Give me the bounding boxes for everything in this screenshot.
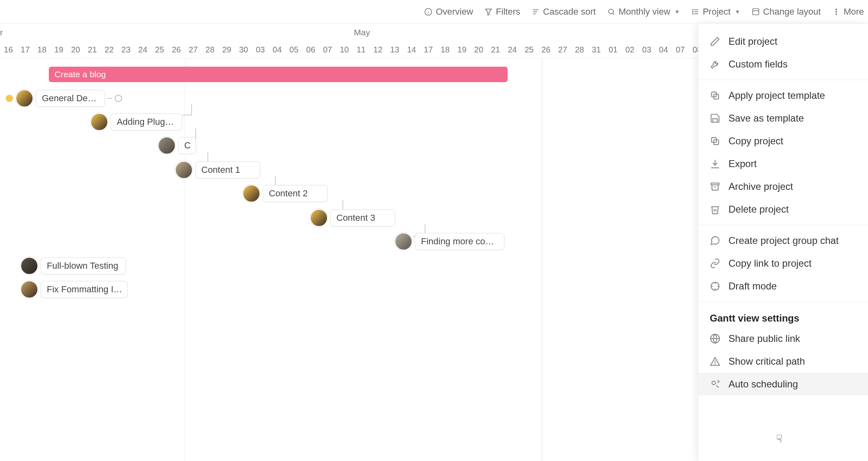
- auto-scheduling-item[interactable]: Auto scheduling: [698, 373, 868, 396]
- filters-label: Filters: [496, 7, 520, 17]
- day-cell: 27: [554, 45, 571, 54]
- more-button[interactable]: More: [832, 7, 864, 17]
- svg-marker-3: [486, 9, 492, 15]
- day-cell: 13: [386, 45, 403, 54]
- pencil-icon: [710, 36, 720, 47]
- edit-project-item[interactable]: Edit project: [698, 30, 868, 53]
- task-row-7[interactable]: Finding more co…: [395, 232, 504, 251]
- day-cell: 03: [638, 45, 655, 54]
- trash-icon: [710, 204, 720, 215]
- task-row-9[interactable]: Fix Fommatting I…: [20, 280, 128, 299]
- day-cell: 04: [655, 45, 672, 54]
- task-bubble[interactable]: Content 1: [195, 161, 260, 178]
- day-cell: 22: [101, 45, 118, 54]
- menu-label: Draft mode: [728, 281, 777, 292]
- day-cell: 12: [370, 45, 386, 54]
- task-row-8[interactable]: Full-blown Testing: [20, 256, 126, 276]
- overview-button[interactable]: Overview: [424, 7, 473, 17]
- avatar: [158, 137, 176, 154]
- today-line: [542, 59, 542, 461]
- task-bubble[interactable]: C: [178, 137, 196, 154]
- auto-schedule-icon: [710, 379, 720, 389]
- chat-icon: [710, 235, 720, 246]
- task-row-5[interactable]: Content 2: [242, 184, 328, 203]
- copy-project-item[interactable]: Copy project: [698, 130, 868, 152]
- monthly-view-button[interactable]: Monthly view ▼: [607, 7, 680, 17]
- save-template-item[interactable]: Save as template: [698, 107, 868, 130]
- filter-icon: [484, 8, 493, 16]
- menu-divider: [698, 225, 868, 225]
- project-button[interactable]: Project ▼: [691, 7, 740, 17]
- task-row-1[interactable]: General De…: [6, 89, 122, 108]
- task-row-4[interactable]: Content 1: [175, 160, 260, 180]
- menu-divider: [698, 302, 868, 302]
- svg-point-19: [836, 13, 837, 15]
- critical-path-item[interactable]: Show critical path: [698, 350, 868, 373]
- svg-point-30: [715, 364, 715, 364]
- day-cell: 10: [336, 45, 353, 54]
- svg-point-18: [836, 11, 837, 12]
- svg-line-8: [613, 13, 614, 15]
- day-cell: 30: [235, 45, 252, 54]
- day-cell: 24: [504, 45, 521, 54]
- day-cell: 29: [218, 45, 235, 54]
- task-group-title: Create a blog: [55, 70, 106, 79]
- task-row-6[interactable]: Content 3: [310, 208, 395, 228]
- day-cell: 27: [185, 45, 201, 54]
- task-row-2[interactable]: Adding Plug…: [90, 112, 182, 132]
- day-cell: 11: [353, 45, 369, 54]
- milestone-icon[interactable]: [115, 95, 122, 102]
- task-bubble[interactable]: Adding Plug…: [111, 113, 182, 130]
- custom-fields-item[interactable]: Custom fields: [698, 53, 868, 76]
- day-cell: 19: [454, 45, 470, 54]
- task-bubble[interactable]: Fix Fommatting I…: [41, 281, 128, 298]
- day-cell: 01: [605, 45, 622, 54]
- wrench-icon: [710, 59, 720, 70]
- task-bubble[interactable]: Full-blown Testing: [41, 257, 126, 274]
- menu-label: Auto scheduling: [728, 378, 798, 390]
- filters-button[interactable]: Filters: [484, 7, 520, 17]
- export-item[interactable]: Export: [698, 152, 868, 175]
- more-vertical-icon: [832, 8, 840, 16]
- day-cell: 04: [269, 45, 286, 54]
- change-layout-button[interactable]: Change layout: [752, 7, 821, 17]
- draft-mode-item[interactable]: Draft mode: [698, 275, 868, 298]
- task-bubble[interactable]: General De…: [36, 90, 105, 107]
- svg-rect-24: [711, 183, 719, 185]
- share-link-item[interactable]: Share public link: [698, 327, 868, 350]
- apply-template-item[interactable]: Apply project template: [698, 84, 868, 107]
- svg-point-7: [608, 9, 613, 14]
- month-label-prev: r: [0, 28, 3, 37]
- delete-project-item[interactable]: Delete project: [698, 198, 868, 221]
- copy-icon: [710, 136, 720, 146]
- avatar: [310, 209, 328, 227]
- day-cell: 18: [437, 45, 454, 54]
- copy-link-item[interactable]: Copy link to project: [698, 252, 868, 275]
- top-toolbar: Overview Filters Cascade sort Monthly vi…: [0, 0, 868, 24]
- draft-icon: [710, 281, 720, 291]
- svg-point-13: [692, 11, 693, 12]
- task-group-bar[interactable]: Create a blog: [49, 67, 508, 82]
- task-bubble[interactable]: Content 3: [330, 209, 395, 226]
- avatar: [175, 161, 193, 179]
- cascade-sort-label: Cascade sort: [543, 7, 596, 17]
- task-row-3[interactable]: C: [158, 136, 196, 155]
- task-bubble[interactable]: Finding more co…: [415, 233, 504, 250]
- copy-icon: [710, 90, 720, 101]
- gantt-settings-header: Gantt view settings: [698, 306, 868, 327]
- svg-rect-15: [752, 9, 759, 15]
- group-chat-item[interactable]: Create project group chat: [698, 229, 868, 252]
- day-cell: 03: [252, 45, 268, 54]
- day-cell: 25: [521, 45, 537, 54]
- task-bubble[interactable]: Content 2: [263, 185, 328, 202]
- menu-label: Create project group chat: [728, 235, 839, 246]
- svg-point-12: [692, 9, 693, 10]
- day-cell: 07: [319, 45, 336, 54]
- menu-label: Custom fields: [728, 59, 787, 70]
- day-cell: 26: [538, 45, 554, 54]
- menu-label: Share public link: [728, 333, 800, 344]
- day-cell: 28: [571, 45, 588, 54]
- archive-project-item[interactable]: Archive project: [698, 175, 868, 198]
- archive-icon: [710, 181, 720, 192]
- cascade-sort-button[interactable]: Cascade sort: [532, 7, 596, 17]
